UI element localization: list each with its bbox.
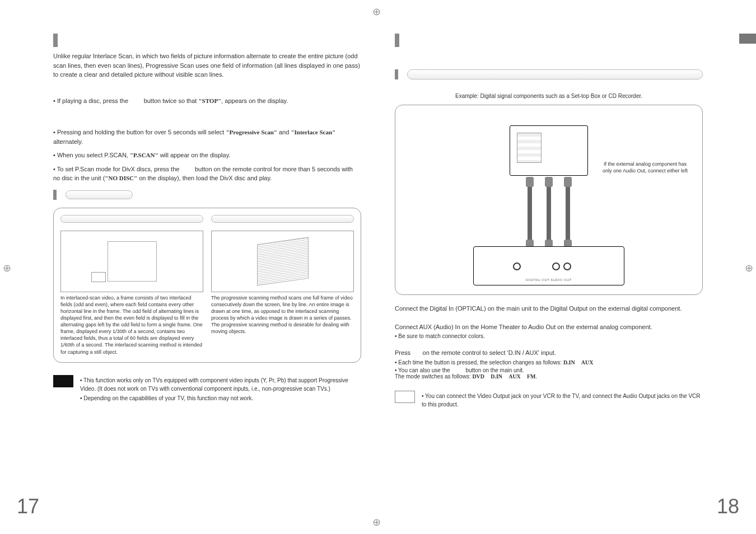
audio-out-r-socket [552,263,560,270]
interlaced-cell: In interlaced-scan video, a frame consis… [60,227,203,355]
main-unit [473,246,624,285]
progressive-header-cell [211,215,354,223]
note-box-left: This function works only on TVs equipped… [53,375,361,404]
step-3-sub2: You can also use the button on the main … [395,367,703,380]
side-tab [739,34,756,44]
interlaced-header-cell [60,215,203,223]
step-2-sub: Be sure to match connector colors. [395,333,703,339]
optical-cable [528,182,532,244]
step-stop-a: If playing a disc, press the [57,97,128,104]
page-number-17: 17 [17,495,39,518]
progressive-header-pill [211,215,354,223]
step-3: Press on the remote control to select 'D… [395,348,703,358]
progressive-scan-label: "Progressive Scan" [226,129,277,135]
audio-out-l-socket [563,263,571,270]
page-spread: Unlike regular Interlace Scan, in which … [0,0,756,534]
digital-out-socket [513,263,521,270]
progressive-illustration [211,231,354,292]
progressive-desc: The progressive scanning method scans on… [211,294,354,335]
bullet-pscan-b: will appear on the display. [158,152,231,158]
step-2: Connect AUX (Audio) In on the Home Theat… [395,322,703,332]
sel-aux-2: AUX [508,373,521,380]
note-right-1: You can connect the Video Output jack on… [422,392,703,409]
step-3-a: Press [395,349,410,356]
cable-row [528,182,570,244]
step-3-b: on the remote control to select 'D.IN / … [423,349,556,356]
subheader-bar [53,190,361,200]
progressive-cell: The progressive scanning method scans on… [211,227,354,355]
audio-cable-r [566,182,570,244]
step-1: Connect the Digital In (OPTICAL) on the … [395,304,703,313]
page-number-18: 18 [717,495,739,518]
pscan-label: "P.SCAN" [130,152,158,158]
sel-fm: FM [527,373,536,380]
sel-din: D.IN [563,359,575,366]
external-component [510,125,588,176]
note-icon-right [395,391,415,403]
header-bar-right [395,34,703,47]
bullet-pscan: When you select P.SCAN, "P.SCAN" will ap… [53,151,361,160]
note-left-2: Depending on the capabilities of your TV… [80,394,361,402]
intro-text: Unlike regular Interlace Scan, in which … [53,51,361,79]
audio-cable-l [547,182,551,244]
bullet-divx-a: To set P.Scan mode for DivX discs, press… [57,166,180,172]
bullet-hold-b: alternately. [53,138,83,145]
subheader-bar-right [395,69,703,79]
bullet-divx: To set P.Scan mode for DivX discs, press… [53,165,361,183]
comparison-panel: In interlaced-scan video, a frame consis… [53,208,361,363]
header-bar-left [53,34,361,47]
subheader-pill [66,190,133,199]
step-stop-c: , appears on the display. [221,97,288,104]
note-box-right: You can connect the Video Output jack on… [395,391,703,410]
subheader-accent-right [395,69,398,79]
header-accent-right [395,34,399,47]
note-text-left: This function works only on TVs equipped… [80,375,361,404]
step-stop: If playing a disc, press the button twic… [53,96,361,106]
subheader-pill-right [407,69,703,79]
panel-header-row [60,215,354,223]
interlaced-illustration [60,231,203,292]
bullet-hold-a: Pressing and holding the button for over… [57,129,226,135]
stop-label: "STOP" [198,97,221,104]
interlaced-desc: In interlaced-scan video, a frame consis… [60,294,203,355]
step-3-sub2-a: You can also use the [398,367,450,373]
step-stop-b: button twice so that [144,97,197,104]
sel-din-2: D.IN [491,373,502,380]
connection-diagram: If the external analog component has onl… [395,105,703,295]
step-3-sub1: Each time the button is pressed, the sel… [395,359,703,366]
step-3-sub2-c: The mode switches as follows: [395,373,472,380]
bullet-hold: Pressing and holding the button for over… [53,128,361,146]
example-text: Example: Digital signal components such … [395,93,703,99]
sel-dvd: DVD [472,373,484,380]
panel-body-row: In interlaced-scan video, a frame consis… [60,227,354,355]
bullet-pscan-a: When you select P.SCAN, [57,152,130,158]
bullet-divx-c: on the display), then load the DivX disc… [137,175,272,181]
sel-aux: AUX [581,359,594,366]
interlaced-header-pill [60,215,203,223]
step-3-sub2-b: button on the main unit. [465,367,524,373]
subheader-accent [53,190,57,200]
nodisc-label: "NO DISC" [105,175,137,181]
interlace-scan-label: "Interlace Scan" [291,129,335,135]
bullet-hold-and: and [277,129,291,135]
note-left-1: This function works only on TVs equipped… [80,376,361,393]
page-17: Unlike regular Interlace Scan, in which … [0,0,378,534]
page-18: Example: Digital signal components such … [378,0,756,534]
header-accent [53,34,58,47]
step-3-sub1-a: Each time the button is pressed, the sel… [398,359,563,366]
note-text-right: You can connect the Video Output jack on… [422,391,703,410]
callout-text: If the external analog component has onl… [600,161,690,174]
note-icon [53,375,73,387]
